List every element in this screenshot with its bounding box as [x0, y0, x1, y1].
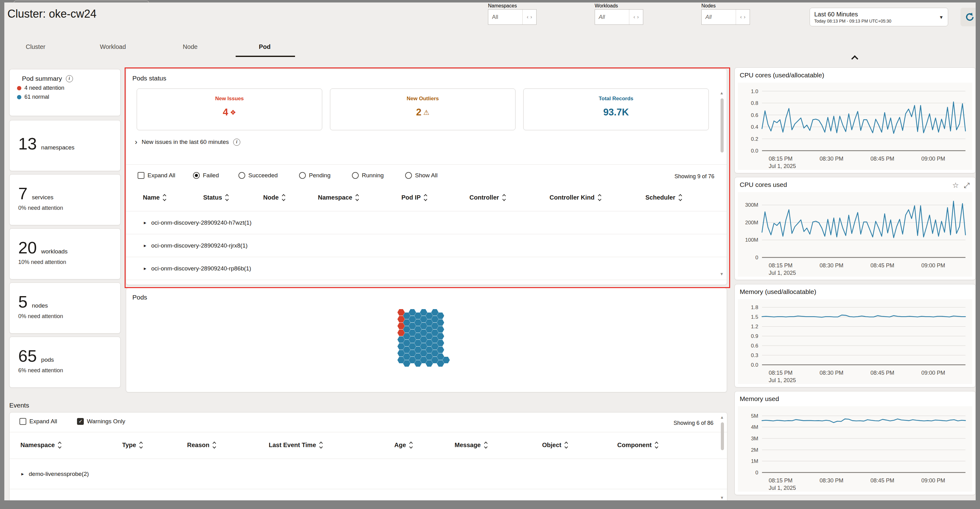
- new-issues-label: New Issues: [137, 96, 322, 102]
- namespaces-count-card[interactable]: 13 namespaces: [9, 120, 121, 171]
- workloads-filter-spinner[interactable]: ‹›: [629, 10, 643, 24]
- expand-caret-icon[interactable]: ▸: [144, 220, 146, 226]
- chevron-right-icon[interactable]: ›: [744, 14, 746, 20]
- expand-caret-icon[interactable]: ▸: [144, 265, 146, 271]
- pods-honeycomb[interactable]: [398, 309, 450, 371]
- col-controller-kind[interactable]: Controller Kind: [549, 194, 601, 201]
- radio-show-all[interactable]: Show All: [405, 172, 438, 179]
- services-attention-sub: 0% need attention: [18, 205, 120, 211]
- chevron-left-icon[interactable]: ‹: [633, 14, 635, 20]
- nodes-count-card[interactable]: 5 nodes 0% need attention: [9, 282, 121, 333]
- col-status[interactable]: Status: [203, 194, 228, 201]
- event-row[interactable]: ▸ demo-livenessprobe(2): [10, 459, 727, 489]
- sort-icon: [424, 195, 427, 201]
- events-panel: Expand All Warnings Only Showing 6 of 86…: [9, 412, 727, 500]
- expand-all-checkbox[interactable]: Expand All: [138, 172, 175, 179]
- memory-ratio-chart-card: Memory (used/allocatable) 1.81.51.20.90.…: [735, 284, 976, 388]
- pod-row[interactable]: ▸ oci-onm-discovery-28909240-h7wzt(1): [126, 211, 727, 234]
- col-controller[interactable]: Controller: [469, 194, 505, 201]
- chevron-right-icon[interactable]: ›: [530, 14, 532, 20]
- col-component[interactable]: Component: [617, 442, 658, 449]
- radio-running[interactable]: Running: [352, 172, 384, 179]
- col-reason[interactable]: Reason: [187, 442, 216, 449]
- sort-icon: [485, 442, 487, 448]
- event-row[interactable]: ▸ demo-scheduling(2): [10, 489, 727, 500]
- scroll-up-icon[interactable]: ▲: [720, 415, 724, 420]
- refresh-button[interactable]: [961, 8, 976, 26]
- sort-icon: [320, 442, 322, 448]
- expand-chart-icon[interactable]: ⤢: [964, 181, 970, 190]
- chevron-left-icon[interactable]: ‹: [527, 14, 528, 20]
- scrollbar-thumb[interactable]: [721, 98, 724, 153]
- tab-workload[interactable]: Workload: [100, 43, 126, 50]
- col-last-event-time[interactable]: Last Event Time: [269, 442, 322, 449]
- col-type[interactable]: Type: [122, 442, 142, 449]
- nodes-attention-sub: 0% need attention: [18, 313, 120, 320]
- events-table-header: Namespace Type Reason Last Event Time Ag…: [10, 432, 727, 459]
- pod-row[interactable]: ▸ oci-onm-discovery-28909240-rjrx8(1): [126, 234, 727, 257]
- sort-icon: [356, 195, 358, 201]
- total-records-tile[interactable]: Total Records 93.7K: [523, 88, 709, 130]
- warnings-only-checkbox[interactable]: Warnings Only: [77, 418, 125, 425]
- svg-text:08:30 PM: 08:30 PM: [819, 156, 843, 162]
- sort-icon: [163, 195, 166, 201]
- svg-text:300M: 300M: [745, 202, 758, 208]
- sort-icon: [282, 195, 285, 201]
- scroll-down-icon[interactable]: ▼: [720, 495, 724, 500]
- radio-pending[interactable]: Pending: [299, 172, 331, 179]
- new-issues-disclosure[interactable]: › New issues in the last 60 minutes i: [135, 138, 240, 146]
- svg-text:08:45 PM: 08:45 PM: [870, 156, 894, 162]
- scroll-down-icon[interactable]: ▼: [720, 272, 724, 276]
- pods-table-header: Name Status Node Namespace Pod IP Contro…: [126, 186, 727, 211]
- radio-failed[interactable]: Failed: [193, 172, 219, 179]
- col-pod-ip[interactable]: Pod IP: [401, 194, 427, 201]
- time-range-selector[interactable]: Last 60 Minutes Today 08:13 PM - 09:13 P…: [810, 8, 948, 26]
- col-namespace[interactable]: Namespace: [21, 442, 61, 449]
- namespaces-filter-spinner[interactable]: ‹›: [522, 10, 536, 24]
- chevron-right-icon[interactable]: ›: [135, 138, 137, 146]
- memory-used-chart: 5M4M3M2M1M008:15 PM08:30 PM08:45 PM09:00…: [738, 406, 972, 491]
- new-issues-value: 4: [223, 107, 228, 118]
- info-icon[interactable]: i: [233, 139, 240, 146]
- new-issues-tile[interactable]: New Issues 4❖: [137, 88, 322, 130]
- col-name[interactable]: Name: [143, 194, 166, 201]
- col-scheduler[interactable]: Scheduler: [645, 194, 682, 201]
- events-expand-all-checkbox[interactable]: Expand All: [19, 418, 57, 425]
- expand-caret-icon[interactable]: ▸: [21, 471, 24, 477]
- favorite-star-icon[interactable]: ☆: [952, 181, 959, 190]
- info-icon[interactable]: i: [66, 75, 73, 82]
- nodes-filter[interactable]: All ‹›: [702, 9, 750, 25]
- tab-pod[interactable]: Pod: [259, 43, 270, 50]
- svg-text:08:45 PM: 08:45 PM: [870, 370, 894, 376]
- tab-node[interactable]: Node: [183, 43, 197, 50]
- radio-succeeded[interactable]: Succeeded: [239, 172, 278, 179]
- pods-count-card[interactable]: 65 pods 6% need attention: [9, 337, 121, 388]
- tab-cluster[interactable]: Cluster: [25, 43, 45, 50]
- new-outliers-tile[interactable]: New Outliers 2⚠: [330, 88, 515, 130]
- svg-text:0: 0: [756, 470, 758, 475]
- services-count-label: services: [32, 194, 54, 201]
- pods-count-label: pods: [41, 356, 54, 363]
- workloads-count-card[interactable]: 20 workloads 10% need attention: [9, 228, 121, 279]
- disclosure-label: New issues in the last 60 minutes: [142, 139, 229, 145]
- chevron-left-icon[interactable]: ‹: [740, 14, 742, 20]
- namespaces-filter[interactable]: All ‹›: [488, 9, 536, 25]
- time-range-secondary: Today 08:13 PM - 09:13 PM UTC+05:30: [814, 19, 939, 24]
- services-count-card[interactable]: 7 services 0% need attention: [9, 174, 121, 225]
- col-node[interactable]: Node: [263, 194, 285, 201]
- workloads-filter[interactable]: All ‹›: [595, 9, 643, 25]
- nodes-filter-spinner[interactable]: ‹›: [736, 10, 749, 24]
- pod-row[interactable]: ▸ oci-onm-discovery-28909240-rp86b(1): [126, 257, 727, 280]
- scroll-up-icon[interactable]: ▲: [720, 91, 724, 95]
- scrollbar-thumb[interactable]: [721, 422, 724, 450]
- col-message[interactable]: Message: [455, 442, 487, 449]
- chevron-right-icon[interactable]: ›: [637, 14, 639, 20]
- col-namespace[interactable]: Namespace: [318, 194, 358, 201]
- expand-caret-icon[interactable]: ▸: [144, 243, 146, 249]
- col-age[interactable]: Age: [394, 442, 412, 449]
- app-window: Cluster: oke-cw24 Namespaces All ‹› Work…: [4, 3, 976, 500]
- collapse-charts-chevron[interactable]: [852, 54, 858, 61]
- pod-summary-card[interactable]: Pod summary i 4 need attention 61 normal: [9, 69, 121, 116]
- col-object[interactable]: Object: [542, 442, 568, 449]
- pod-summary-title: Pod summary: [22, 75, 62, 82]
